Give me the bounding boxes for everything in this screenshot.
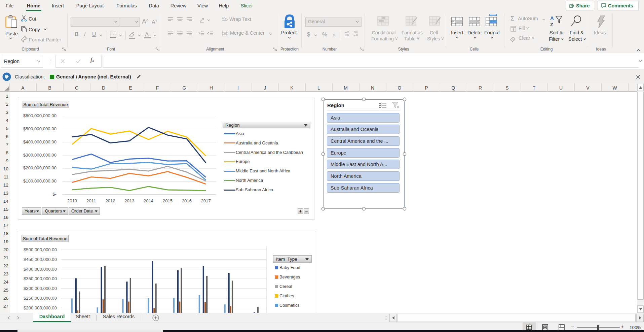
svg-text:A: A xyxy=(550,15,554,21)
svg-text:ab: ab xyxy=(222,16,225,20)
svg-text:Z: Z xyxy=(550,22,553,27)
